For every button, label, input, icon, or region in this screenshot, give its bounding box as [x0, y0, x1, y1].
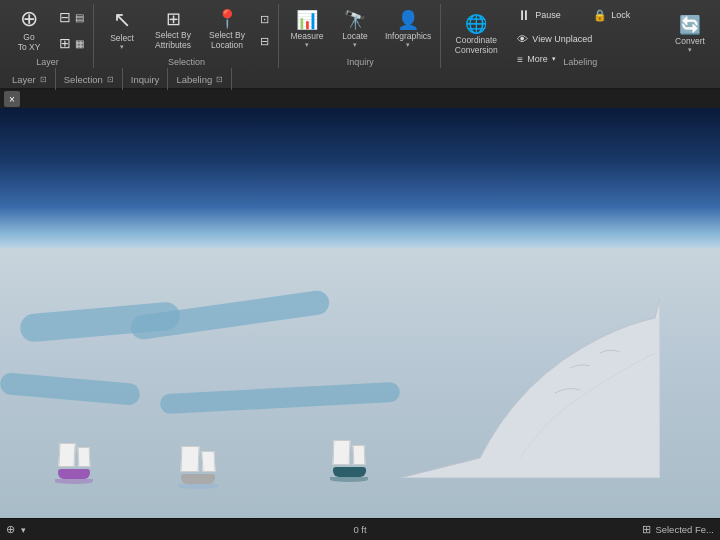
measure-icon: 📊 [296, 11, 318, 29]
inquiry-bottom-label: Inquiry [131, 74, 160, 85]
locate-label: Locate [342, 31, 368, 41]
view-unplaced-button[interactable]: 👁 View Unplaced [512, 28, 660, 50]
layer-bottom-label: Layer [12, 74, 36, 85]
pause-label: Pause [535, 10, 561, 20]
select-by-attributes-button[interactable]: ⊞ Select ByAttributes [147, 4, 199, 56]
ribbon: ⊕ GoTo XY ⊟ ▤ ⊞ ▦ Layer [0, 0, 720, 90]
view-unplaced-label: View Unplaced [532, 34, 592, 44]
coords-label: ▾ [21, 525, 26, 535]
scale-text: 0 ft [353, 524, 366, 535]
convert-icon: 🔄 [679, 16, 701, 34]
goto-xy-label: GoTo XY [18, 32, 41, 52]
coord-conversion-icon: 🌐 [465, 15, 487, 33]
ship1-sail-main [58, 443, 75, 467]
goto-xy-button[interactable]: ⊕ GoTo XY [6, 4, 52, 56]
ribbon-group-layer: ⊕ GoTo XY ⊟ ▤ ⊞ ▦ Layer [2, 4, 94, 68]
inquiry-group-label: Inquiry [280, 56, 440, 68]
select-button[interactable]: ↖ Select ▾ [99, 4, 145, 56]
coord-conversion-button[interactable]: 🌐 CoordinateConversion [446, 9, 506, 61]
layer-icon2: ▤ [75, 12, 84, 23]
locate-button[interactable]: 🔭 Locate ▾ [332, 4, 378, 56]
locate-icon: 🔭 [344, 11, 366, 29]
layer-bottom-group[interactable]: Layer ⊡ [4, 68, 56, 90]
selection-extra1-button[interactable]: ⊡ [255, 9, 274, 29]
measure-label: Measure [290, 31, 323, 41]
ship1-sail-fore [77, 447, 90, 467]
statusbar-right: ⊞ Selected Fe... [642, 523, 714, 536]
select-by-loc-icon: 📍 [216, 10, 238, 28]
layer-icon: ⊟ [59, 9, 71, 25]
ship2-hull [181, 474, 215, 484]
ship-2 [178, 446, 218, 489]
measure-button[interactable]: 📊 Measure ▾ [284, 4, 330, 56]
layer-expand-icon: ⊡ [40, 75, 47, 84]
inquiry-bottom-group[interactable]: Inquiry [123, 68, 169, 90]
water-trail-bottom-left [0, 372, 141, 406]
labeling-bottom-label: Labeling [176, 74, 212, 85]
ship1-wake [55, 479, 93, 484]
convert-arrow-icon: ▾ [688, 46, 692, 54]
infographics-icon: 👤 [397, 11, 419, 29]
ship3-sail-fore [353, 445, 366, 465]
labeling-expand-icon: ⊡ [216, 75, 223, 84]
ship-3 [330, 440, 368, 482]
tab-strip: × [0, 90, 720, 108]
ship3-hull [333, 467, 366, 477]
selection-bottom-group[interactable]: Selection ⊡ [56, 68, 123, 90]
ship2-sail-fore [201, 451, 215, 472]
statusbar: ⊕ ▾ 0 ft ⊞ Selected Fe... [0, 518, 720, 540]
selected-icon: ⊞ [642, 523, 651, 536]
measure-arrow-icon: ▾ [305, 41, 309, 49]
select-arrow-icon: ▾ [120, 43, 124, 51]
water-trail-bottom-center [160, 382, 401, 415]
ship2-wake [178, 484, 218, 489]
convert-button[interactable]: 🔄 Convert ▾ [666, 9, 714, 61]
pause-button[interactable]: ⏸ Pause [512, 4, 584, 26]
goto-xy-icon: ⊕ [20, 8, 38, 30]
water-trail-center [129, 289, 330, 341]
selection-bottom-label: Selection [64, 74, 103, 85]
selected-status: Selected Fe... [655, 524, 714, 535]
infographics-arrow-icon: ▾ [406, 41, 410, 49]
selection-group-label: Selection [95, 56, 278, 68]
labeling-bottom-group[interactable]: Labeling ⊡ [168, 68, 232, 90]
close-button[interactable]: × [4, 91, 20, 107]
convert-label: Convert [675, 36, 705, 46]
infographics-button[interactable]: 👤 Infographics ▾ [380, 4, 436, 56]
statusbar-left: ⊕ ▾ [6, 523, 26, 536]
layer-extra-icon2: ▦ [75, 38, 84, 49]
ship-1 [55, 443, 93, 484]
select-icon: ↖ [113, 9, 131, 31]
map-view[interactable] [0, 108, 720, 518]
lock-label: Lock [611, 10, 630, 20]
infographics-label: Infographics [385, 31, 431, 41]
select-by-loc-label: Select ByLocation [209, 30, 245, 50]
map-earth [0, 248, 720, 518]
ship1-hull [58, 469, 90, 479]
ribbon-group-inquiry: 📊 Measure ▾ 🔭 Locate ▾ 👤 Infographics ▾ … [280, 4, 441, 68]
layer-toggle-button[interactable]: ⊟ ▤ [54, 5, 89, 29]
close-icon: × [9, 94, 15, 105]
selection-extra2-button[interactable]: ⊟ [255, 31, 274, 51]
layer-extra-button[interactable]: ⊞ ▦ [54, 31, 89, 55]
ship2-sail-main [181, 446, 200, 472]
coord-conversion-label: CoordinateConversion [455, 35, 498, 55]
ribbon-group-selection: ↖ Select ▾ ⊞ Select ByAttributes 📍 Selec… [95, 4, 279, 68]
labeling-group-label: Labeling [442, 56, 718, 68]
layer-extra-icon: ⊞ [59, 35, 71, 51]
ship3-sail-main [333, 440, 351, 465]
lock-icon: 🔒 [593, 9, 607, 22]
statusbar-center: 0 ft [353, 524, 366, 535]
ship3-wake [330, 477, 368, 482]
landmass [400, 298, 660, 478]
select-by-location-button[interactable]: 📍 Select ByLocation [201, 4, 253, 56]
pause-icon: ⏸ [517, 7, 531, 23]
selection-expand-icon: ⊡ [107, 75, 114, 84]
select-by-attr-label: Select ByAttributes [155, 30, 191, 50]
ribbon-group-labeling: 🌐 CoordinateConversion ⏸ Pause 🔒 Lock [442, 4, 718, 68]
lock-button[interactable]: 🔒 Lock [588, 4, 660, 26]
select-by-attr-icon: ⊞ [166, 10, 181, 28]
select-label: Select [110, 33, 134, 43]
view-unplaced-icon: 👁 [517, 33, 528, 45]
locate-arrow-icon: ▾ [353, 41, 357, 49]
